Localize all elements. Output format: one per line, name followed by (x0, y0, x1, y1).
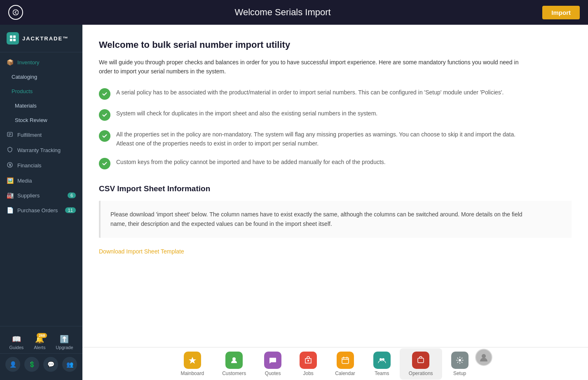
sidebar-label-media: Media (17, 178, 32, 184)
upgrade-icon: ⬆️ (60, 335, 69, 344)
sidebar-item-purchase-orders[interactable]: 📄 Purchase Orders 11 (0, 203, 82, 218)
sidebar-profile-row: 👤 💲 💬 👥 (0, 353, 82, 375)
sidebar-label-warranty: Warranty Tracking (17, 147, 61, 153)
jobs-label: Jobs (303, 371, 313, 376)
check-text-2: System will check for duplicates in the … (116, 109, 377, 118)
sidebar-item-suppliers[interactable]: 🏭 Suppliers 6 (0, 188, 82, 203)
media-icon: 🖼️ (7, 177, 13, 184)
calendar-label: Calendar (335, 371, 355, 376)
svg-point-0 (13, 10, 19, 15)
inventory-icon: 📦 (7, 59, 13, 66)
top-header: Welcome Serials Import Import (0, 0, 588, 25)
operations-label: Operations (409, 371, 433, 376)
setup-label: Setup (453, 371, 466, 376)
jobs-icon (300, 352, 317, 369)
fulfillment-icon (7, 131, 13, 138)
svg-rect-4 (13, 39, 16, 41)
check-icon-2 (99, 109, 110, 121)
operations-icon (412, 352, 429, 369)
nav-teams[interactable]: Teams (364, 348, 400, 380)
quotes-label: Quotes (265, 371, 281, 376)
mainboard-icon (184, 352, 201, 369)
check-icon-3 (99, 130, 110, 142)
sidebar-label-products: Products (12, 88, 33, 94)
guides-label: Guides (9, 345, 23, 350)
svg-point-17 (459, 359, 461, 361)
customers-icon (225, 352, 243, 369)
sidebar-nav: 📦 Inventory Cataloging Products Material… (0, 52, 82, 220)
svg-marker-10 (189, 357, 196, 364)
guides-button[interactable]: 📖 Guides (9, 335, 23, 350)
purchase-orders-icon: 📄 (7, 207, 13, 213)
check-text-3: All the properties set in the policy are… (116, 130, 520, 148)
alerts-label: Alerts (34, 345, 45, 350)
svg-point-11 (232, 357, 236, 361)
brand-name: JACKTRADE™ (22, 35, 69, 42)
nav-jobs[interactable]: Jobs (290, 348, 326, 380)
content-area: Welcome to bulk serial number import uti… (82, 25, 588, 347)
sidebar-label-cataloging: Cataloging (12, 74, 37, 80)
sidebar-label-materials: Materials (15, 103, 37, 109)
purchase-orders-badge: 11 (65, 207, 76, 213)
check-item-3: All the properties set in the policy are… (99, 130, 572, 148)
check-icon-4 (99, 158, 110, 169)
mainboard-label: Mainboard (180, 371, 204, 376)
check-text-1: A serial policy has to be associated wit… (116, 88, 504, 97)
user-avatar[interactable] (475, 349, 492, 366)
quotes-icon (264, 352, 281, 369)
nav-quotes[interactable]: Quotes (255, 348, 290, 380)
check-icon-1 (99, 88, 110, 100)
sidebar-bottom-row: 📖 Guides 268 🔔 Alerts ⬆️ Upgrade (0, 331, 82, 353)
teams-icon (373, 352, 391, 369)
import-button[interactable]: Import (542, 6, 580, 19)
sidebar-label-stock-review: Stock Review (15, 117, 47, 123)
profile-user-btn[interactable]: 👤 (5, 357, 20, 372)
sidebar-item-stock-review[interactable]: Stock Review (0, 113, 82, 127)
nav-calendar[interactable]: Calendar (326, 348, 364, 380)
csv-info-box: Please download 'import sheet' below. Th… (99, 201, 572, 238)
upgrade-label: Upgrade (56, 345, 73, 350)
main-heading: Welcome to bulk serial number import uti… (99, 40, 572, 50)
csv-section-heading: CSV Import Sheet Information (99, 184, 572, 193)
svg-point-15 (382, 358, 384, 361)
svg-rect-13 (342, 358, 349, 364)
profile-people-btn[interactable]: 👥 (62, 357, 77, 372)
nav-mainboard[interactable]: Mainboard (171, 348, 213, 380)
check-item-1: A serial policy has to be associated wit… (99, 88, 572, 100)
sidebar-item-warranty[interactable]: Warranty Tracking (0, 143, 82, 158)
svg-rect-3 (10, 39, 12, 41)
sidebar-item-financials[interactable]: Financials (0, 158, 82, 173)
svg-point-14 (380, 358, 382, 361)
download-template-link[interactable]: Download Import Sheet Template (99, 248, 184, 255)
sidebar-item-products[interactable]: Products (0, 84, 82, 99)
sidebar-item-inventory[interactable]: 📦 Inventory (0, 55, 82, 70)
nav-operations[interactable]: Operations (400, 348, 442, 380)
sidebar-label-suppliers: Suppliers (17, 192, 40, 199)
csv-info-text: Please download 'import sheet' below. Th… (110, 210, 531, 229)
alerts-button[interactable]: 268 🔔 Alerts (34, 335, 45, 350)
brand-area: JACKTRADE™ (0, 25, 82, 52)
profile-chat-btn[interactable]: 💬 (43, 357, 58, 372)
sidebar-item-cataloging[interactable]: Cataloging (0, 70, 82, 84)
sidebar-item-fulfillment[interactable]: Fulfillment (0, 127, 82, 143)
back-button[interactable] (8, 5, 23, 20)
main-layout: JACKTRADE™ 📦 Inventory Cataloging Produc… (0, 25, 588, 380)
teams-label: Teams (375, 371, 389, 376)
check-list: A serial policy has to be associated wit… (99, 88, 572, 169)
upgrade-button[interactable]: ⬆️ Upgrade (56, 335, 73, 350)
sidebar-item-materials[interactable]: Materials (0, 99, 82, 113)
page-title: Welcome Serials Import (235, 7, 331, 18)
sidebar-item-media[interactable]: 🖼️ Media (0, 173, 82, 188)
nav-customers[interactable]: Customers (213, 348, 255, 380)
nav-setup[interactable]: Setup (442, 348, 478, 380)
check-item-4: Custom keys from the policy cannot be im… (99, 157, 572, 169)
svg-rect-1 (10, 35, 12, 38)
sidebar-label-purchase-orders: Purchase Orders (17, 207, 58, 213)
sidebar-label-inventory: Inventory (17, 59, 39, 66)
profile-dollar-btn[interactable]: 💲 (24, 357, 39, 372)
check-text-4: Custom keys from the policy cannot be im… (116, 157, 386, 167)
calendar-icon (337, 352, 354, 369)
check-item-2: System will check for duplicates in the … (99, 109, 572, 121)
guides-icon: 📖 (12, 335, 21, 344)
svg-point-18 (482, 354, 486, 358)
